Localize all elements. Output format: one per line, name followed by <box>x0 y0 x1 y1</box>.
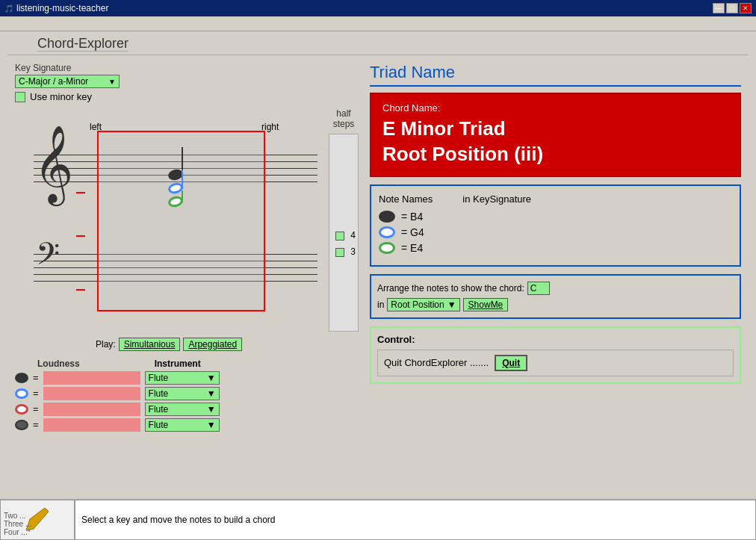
arrange-dropdown-value: Root Position <box>391 300 444 310</box>
hs-indicator-3 <box>335 248 344 257</box>
control-label: Control: <box>377 334 734 345</box>
loudness-bar-3[interactable] <box>43 403 140 416</box>
triad-name-title: Triad Name <box>370 63 741 87</box>
instrument-arrow-2: ▼ <box>207 388 216 399</box>
arrange-position-dropdown[interactable]: Root Position ▼ <box>387 298 459 311</box>
loudness-header: Loudness Instrument <box>15 359 359 369</box>
ledger-dash-2 <box>76 235 85 237</box>
note-g4-icon <box>379 226 395 238</box>
show-me-button[interactable]: ShowMe <box>463 298 509 311</box>
note-e4[interactable] <box>168 196 183 207</box>
staff-area: left right 𝄞 𝄢 <box>15 108 359 332</box>
note-b4-icon <box>379 211 395 223</box>
equals-3: = <box>33 403 39 415</box>
instrument-dropdown-4[interactable]: Flute ▼ <box>145 418 220 432</box>
note-e4-icon <box>379 242 395 254</box>
status-message-box: Select a key and move the notes to build… <box>75 500 756 540</box>
arrange-in-label: in <box>377 300 384 310</box>
arrange-row-2: in Root Position ▼ ShowMe <box>377 298 734 311</box>
note-names-header: Note Names in KeySignature <box>379 193 732 205</box>
loudness-title: Loudness <box>37 359 80 369</box>
arrange-box: Arrange the notes to show the chord: in … <box>370 274 741 319</box>
chord-name-value: E Minor Triad Root Position (iii) <box>382 117 728 167</box>
key-sig-dropdown[interactable]: C-Major / a-Minor ▼ <box>15 75 120 88</box>
simultaneous-button[interactable]: Simultanious <box>119 338 181 351</box>
half-steps-box: 4 3 <box>329 134 359 332</box>
note-icon-row1 <box>15 373 28 383</box>
note-names-box: Note Names in KeySignature = B4 = G4 = E… <box>370 184 741 267</box>
status-bar: Two ... Three ... Four ... Select a key … <box>0 499 756 540</box>
instrument-arrow-1: ▼ <box>207 373 216 383</box>
note-name-e4: = E4 <box>379 242 732 254</box>
loudness-bar-4[interactable] <box>43 418 140 432</box>
arrange-dropdown-arrow: ▼ <box>447 300 456 310</box>
status-icon-area: Two ... Three ... Four ... <box>0 500 75 540</box>
col1-label: Note Names <box>379 193 433 205</box>
chord-name-box: Chord Name: E Minor Triad Root Position … <box>370 93 741 177</box>
instrument-title: Instrument <box>155 359 201 369</box>
note-name-g4: = G4 <box>379 226 732 238</box>
note-name-b4: = B4 <box>379 211 732 223</box>
instrument-dropdown-3[interactable]: Flute ▼ <box>145 403 220 416</box>
note-g4[interactable] <box>168 183 183 193</box>
app-title: Chord-Explorer <box>37 36 128 52</box>
status-notes-list: Two ... Three ... Four ... <box>4 512 31 536</box>
arrange-text: Arrange the notes to show the chord: <box>377 283 524 294</box>
col2-label: in KeySignature <box>462 193 531 205</box>
quit-text: Quit ChordExplorer ....... <box>384 357 489 368</box>
minor-key-checkbox[interactable] <box>15 92 25 102</box>
ledger-dash-1 <box>76 192 85 193</box>
equals-4: = <box>33 419 39 430</box>
app-icon: 🎵 <box>4 4 13 13</box>
key-sig-arrow-icon: ▼ <box>108 78 116 86</box>
maximize-button[interactable]: □ <box>726 3 738 13</box>
chord-name-label: Chord Name: <box>382 102 728 114</box>
note-icon-row4 <box>15 420 28 430</box>
control-box: Control: Quit ChordExplorer ....... Quit <box>370 326 741 384</box>
loudness-section: Loudness Instrument = Flute ▼ = Flute <box>15 359 359 432</box>
right-panel: Triad Name Chord Name: E Minor Triad Roo… <box>370 63 741 432</box>
staff-wrapper: left right 𝄞 𝄢 <box>15 108 332 314</box>
loudness-bar-2[interactable] <box>43 387 140 400</box>
play-row: Play: Simultanious Arpeggiated <box>96 338 359 351</box>
close-button[interactable]: ✕ <box>740 3 752 13</box>
note-row-4: = Flute ▼ <box>15 418 359 432</box>
half-steps-panel: half steps 4 3 <box>329 108 359 332</box>
control-inner: Quit ChordExplorer ....... Quit <box>377 350 734 376</box>
note-g4-text: = G4 <box>401 226 424 238</box>
instrument-arrow-4: ▼ <box>207 420 216 430</box>
note-row-1: = Flute ▼ <box>15 371 359 385</box>
instrument-dropdown-2[interactable]: Flute ▼ <box>145 387 220 400</box>
ledger-dash-3 <box>76 289 85 291</box>
status-message: Select a key and move the notes to build… <box>81 515 276 525</box>
instrument-dropdown-1[interactable]: Flute ▼ <box>145 371 220 385</box>
equals-2: = <box>33 388 39 399</box>
key-sig-value: C-Major / a-Minor <box>19 76 88 87</box>
title-bar-text: listening-music-teacher <box>16 3 108 13</box>
minor-key-label: Use minor key <box>30 91 92 102</box>
arpeggiated-button[interactable]: Arpeggiated <box>183 338 242 351</box>
menu-bar <box>0 16 756 31</box>
equals-1: = <box>33 372 39 383</box>
left-panel: Key Signature C-Major / a-Minor ▼ Use mi… <box>15 63 359 432</box>
quit-button[interactable]: Quit <box>495 355 527 371</box>
key-sig-label: Key Signature <box>15 63 359 73</box>
note-icon-row3 <box>15 404 28 415</box>
loudness-bar-1[interactable] <box>43 371 140 385</box>
arrange-row: Arrange the notes to show the chord: <box>377 282 734 295</box>
half-steps-label: half steps <box>333 108 355 130</box>
minimize-button[interactable]: — <box>713 3 725 13</box>
hs-indicator-4 <box>335 232 344 240</box>
title-bar: 🎵 listening-music-teacher — □ ✕ <box>0 0 756 16</box>
note-e4-text: = E4 <box>401 242 423 254</box>
note-row-2: = Flute ▼ <box>15 387 359 400</box>
window-controls: — □ ✕ <box>713 3 752 13</box>
instrument-arrow-3: ▼ <box>207 404 216 415</box>
note-icon-row2 <box>15 388 28 399</box>
note-b4[interactable] <box>168 170 183 180</box>
play-label: Play: <box>96 339 116 350</box>
main-content: Key Signature C-Major / a-Minor ▼ Use mi… <box>0 55 756 439</box>
note-row-3: = Flute ▼ <box>15 403 359 416</box>
triad-name-section: Triad Name Chord Name: E Minor Triad Roo… <box>370 63 741 384</box>
arrange-chord-input[interactable] <box>527 282 550 295</box>
